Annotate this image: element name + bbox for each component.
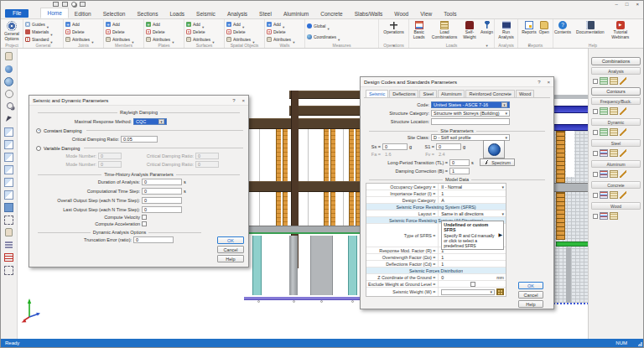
results-table-icon[interactable] — [600, 107, 608, 115]
view-top-icon[interactable] — [3, 176, 14, 188]
tab-seismic[interactable]: Seismic — [366, 90, 388, 97]
documentation-button[interactable]: Documentation — [575, 20, 605, 44]
dialog-titlebar[interactable]: Design Codes and Standards Parameters ? … — [361, 77, 553, 87]
tab-selection[interactable]: Selection — [97, 9, 132, 18]
joints-attributes-button[interactable]: Attributes — [65, 36, 103, 43]
steel-checkbox[interactable] — [593, 151, 598, 156]
concrete-checkbox[interactable] — [593, 193, 598, 198]
view-back-icon[interactable] — [3, 138, 14, 150]
plates-attributes-button[interactable]: Attributes — [146, 36, 184, 43]
wood-checkbox[interactable] — [593, 214, 598, 219]
analysis-checkbox[interactable] — [593, 79, 598, 84]
windows-icon[interactable] — [80, 2, 86, 7]
edit-icon[interactable] — [620, 128, 626, 136]
cancel-button[interactable]: Cancel — [217, 246, 244, 253]
help-icon[interactable]: ? — [538, 78, 540, 86]
critical-ratio-field[interactable]: 0 — [195, 153, 219, 159]
reports-button[interactable]: Reports — [521, 20, 538, 44]
edit-icon[interactable] — [620, 77, 626, 85]
section-box-icon[interactable] — [3, 252, 14, 263]
combinations-button[interactable]: Combinations — [591, 57, 641, 65]
edit-icon[interactable] — [620, 149, 626, 157]
pan-icon[interactable] — [3, 50, 14, 62]
view-right-icon[interactable] — [3, 164, 14, 175]
z-coordinate-field[interactable]: 0mm — [439, 275, 506, 280]
tab-deflections[interactable]: Deflections — [389, 90, 418, 97]
guides-button[interactable]: Guides — [25, 21, 63, 28]
response-method-dropdown[interactable]: CQC — [133, 118, 167, 125]
walls-attributes-button[interactable]: Attributes — [267, 36, 304, 43]
section-frequency[interactable]: Frequency/Buck. — [591, 97, 641, 105]
tutorial-webinars-button[interactable]: Tutorial Webinars — [609, 20, 632, 44]
critical-ratio-field[interactable]: 0 — [195, 161, 219, 168]
assign-button[interactable]: Assign — [480, 20, 494, 44]
report-table-icon[interactable] — [610, 128, 618, 136]
report-table-icon[interactable] — [610, 77, 618, 85]
run-analysis-button[interactable]: Run Analysis — [495, 20, 517, 44]
results-table-icon[interactable] — [600, 170, 608, 178]
tab-seismic[interactable]: Seismic — [190, 9, 221, 18]
zoom-icon[interactable] — [71, 2, 76, 7]
cancel-button[interactable]: Cancel — [518, 291, 543, 299]
ok-button[interactable]: OK — [217, 236, 244, 244]
contours-button[interactable]: Contours — [591, 87, 641, 96]
deflections-factor-field[interactable]: 1 — [439, 262, 506, 267]
exclude-weight-checkbox[interactable] — [470, 282, 475, 287]
select-icon[interactable] — [3, 113, 14, 125]
basic-loads-button[interactable]: Basic Loads — [409, 20, 428, 44]
structure-location-field[interactable] — [431, 118, 510, 125]
section-wood[interactable]: Wood — [591, 202, 641, 210]
display-mode-icon[interactable] — [3, 239, 14, 251]
tab-steel[interactable]: Steel — [419, 90, 437, 97]
mode-number-field[interactable]: 0 — [98, 161, 122, 168]
materials-button[interactable]: Materials — [25, 29, 63, 35]
edit-icon[interactable] — [620, 170, 626, 178]
time-step-field[interactable]: 0 — [142, 188, 182, 195]
maximize-button[interactable]: □ — [626, 1, 629, 8]
members-attributes-button[interactable]: Attributes — [106, 36, 143, 43]
coordinates-button[interactable]: Coordinates — [307, 32, 378, 42]
tab-sections[interactable]: Sections — [131, 9, 164, 18]
section-dynamic[interactable]: Dynamic — [591, 118, 641, 126]
occupancy-dropdown[interactable]: II - Normal — [439, 184, 506, 190]
report-table-icon[interactable] — [610, 107, 618, 115]
help-icon[interactable]: ? — [232, 96, 235, 105]
orbit-selection-icon[interactable] — [3, 75, 14, 87]
variable-damping-radio[interactable] — [36, 146, 41, 151]
spatial-add-button[interactable]: Add — [226, 21, 264, 28]
plates-delete-button[interactable]: Delete — [146, 29, 184, 35]
mode-number-field[interactable]: 0 — [98, 153, 122, 159]
spectrum-button[interactable]: Spectrum — [480, 158, 515, 166]
expand-arrow-icon[interactable] — [498, 232, 502, 239]
structure-category-dropdown[interactable]: Structure with Storeys (Building) — [431, 110, 510, 117]
tab-wood[interactable]: Wood — [388, 9, 414, 18]
operations-button[interactable]: Operations — [382, 20, 404, 44]
edit-icon[interactable] — [620, 191, 626, 199]
view-left-icon[interactable] — [3, 151, 14, 163]
zoom-extents-icon[interactable] — [3, 214, 14, 226]
tab-wood[interactable]: Wood — [516, 90, 534, 97]
sfrs-type-selector[interactable]: Undefined or custom SFRS Specify R and C… — [441, 221, 504, 251]
report-table-icon[interactable] — [610, 191, 618, 199]
damping-correction-field[interactable]: 1 — [449, 168, 470, 174]
view-front-icon[interactable] — [3, 126, 14, 138]
section-concrete[interactable]: Concrete — [591, 181, 641, 189]
standard-button[interactable]: Standard — [25, 36, 63, 43]
view-isometric-icon[interactable] — [3, 201, 14, 213]
load-combinations-button[interactable]: Load Combinations — [429, 20, 460, 44]
location-map-button[interactable] — [483, 140, 505, 158]
walk-icon[interactable] — [3, 226, 14, 238]
tab-concrete[interactable]: Concrete — [314, 9, 348, 18]
ok-button[interactable]: OK — [518, 282, 543, 289]
edit-icon[interactable] — [620, 107, 626, 115]
surfaces-attributes-button[interactable]: Attributes — [186, 36, 224, 43]
tab-analysis[interactable]: Analysis — [221, 9, 253, 18]
help-button[interactable]: Help — [518, 300, 543, 308]
contents-button[interactable]: Contents — [553, 20, 572, 44]
free-rotate-icon[interactable] — [3, 88, 14, 100]
global-button[interactable]: Global — [307, 21, 378, 31]
frequency-checkbox[interactable] — [593, 109, 598, 114]
results-table-icon[interactable] — [600, 128, 608, 136]
dialog-titlebar[interactable]: Seismic and Dynamic Parameters ? × — [29, 96, 248, 106]
compute-acceleration-checkbox[interactable] — [142, 221, 147, 226]
